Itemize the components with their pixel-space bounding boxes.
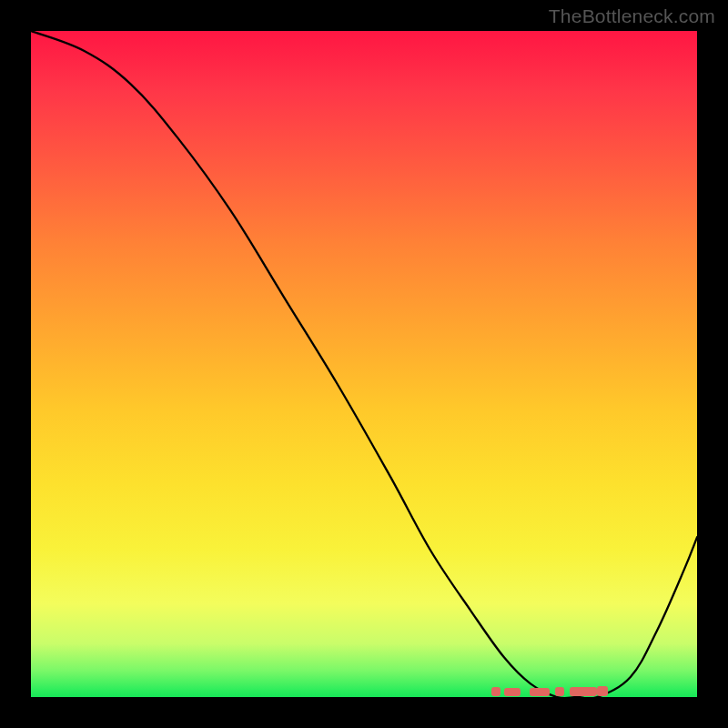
trough-marker [530,688,550,696]
trough-marker [504,688,521,696]
watermark-label: TheBottleneck.com [549,5,715,27]
trough-marker [491,687,500,696]
plot-area [31,31,697,697]
trough-marker [597,686,608,696]
trough-marker [570,687,597,696]
trough-marker [555,687,564,696]
chart-frame: TheBottleneck.com [0,0,728,728]
bottleneck-curve-path [31,31,697,697]
bottleneck-curve-svg [31,31,697,697]
